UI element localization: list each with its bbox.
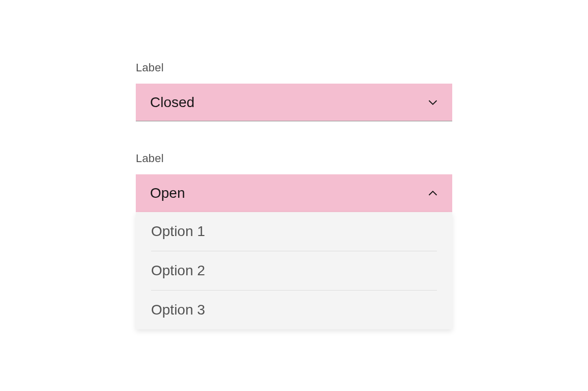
dropdown-open-label: Label xyxy=(136,152,452,165)
chevron-down-icon xyxy=(428,97,438,108)
chevron-up-icon xyxy=(428,188,438,198)
dropdown-options-panel: Option 1 Option 2 Option 3 xyxy=(136,212,452,329)
dropdown-option[interactable]: Option 2 xyxy=(151,251,437,291)
dropdown-open-value: Open xyxy=(150,185,185,201)
dropdown-closed-group: Label Closed xyxy=(136,61,452,121)
dropdown-option[interactable]: Option 3 xyxy=(151,291,437,329)
dropdown-option[interactable]: Option 1 xyxy=(151,212,437,251)
dropdown-open-group: Label Open Option 1 Option 2 Option 3 xyxy=(136,152,452,329)
dropdown-closed-value: Closed xyxy=(150,94,194,111)
dropdown-closed-trigger[interactable]: Closed xyxy=(136,84,452,121)
dropdown-closed-label: Label xyxy=(136,61,452,74)
dropdown-open-trigger[interactable]: Open xyxy=(136,174,452,212)
